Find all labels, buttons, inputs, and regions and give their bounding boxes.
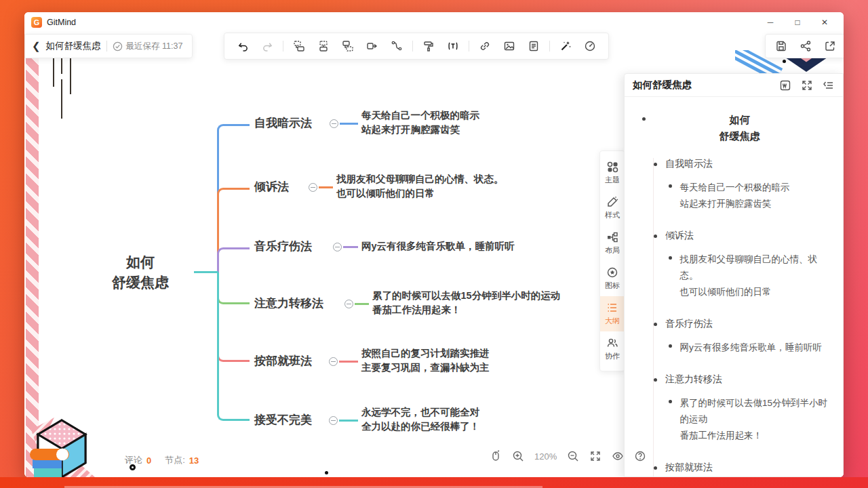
text-icon (447, 40, 459, 52)
comments-count: 0 (146, 455, 151, 466)
detail-node[interactable]: 找朋友和父母聊聊自己的心情、状态。也可以倾听他们的日常 (336, 172, 504, 201)
zoom-out-icon[interactable] (567, 450, 579, 462)
text-button[interactable] (441, 36, 465, 56)
badge-icon (606, 266, 618, 279)
rail-item-layout[interactable]: 布局 (600, 226, 625, 261)
relation-line-button[interactable] (385, 36, 408, 56)
collapse-node-button[interactable] (329, 357, 338, 366)
detail-node[interactable]: 按照自己的复习计划踏实推进主要复习巩固，查漏补缺为主 (361, 346, 490, 375)
insert-parent-topic-button[interactable] (312, 36, 335, 56)
note-icon (528, 40, 540, 52)
image-icon (503, 40, 515, 52)
hyperlink-button[interactable] (473, 36, 496, 56)
outline-panel-header: 如何舒缓焦虑 (625, 74, 843, 97)
theme-icon (606, 161, 618, 173)
maximize-button[interactable]: □ (784, 12, 811, 33)
insert-child-topic-button[interactable] (361, 36, 384, 56)
detail-connector (340, 123, 358, 125)
drag-mouse-icon[interactable] (490, 450, 502, 462)
dot-decoration (325, 471, 328, 474)
rail-item-theme[interactable]: 主题 (600, 155, 625, 190)
outline-topic[interactable]: 倾诉法 (654, 230, 833, 242)
presentation-eye-icon[interactable] (612, 450, 624, 462)
outline-note[interactable]: 每天给自己一个积极的暗示站起来打开胸腔露齿笑 (669, 180, 833, 212)
branch-node[interactable]: 自我暗示法 (254, 115, 312, 131)
hyperlink-icon (479, 40, 491, 52)
ai-magic-button[interactable] (554, 36, 577, 56)
detail-connector (339, 361, 358, 363)
outline-note[interactable]: 网y云有很多纯音乐歌单，睡前听听 (669, 340, 833, 356)
mindmap-canvas[interactable]: 如何 舒缓焦虑 自我暗示法 每天给自己一个积极的暗示站起来打开胸腔露齿笑 倾诉法… (24, 33, 844, 477)
root-node[interactable]: 如何 舒缓焦虑 (90, 252, 191, 293)
zoom-level[interactable]: 120% (534, 451, 557, 462)
redo-button[interactable] (256, 36, 279, 56)
detail-connector (339, 420, 358, 422)
comb-line-decoration (70, 56, 71, 94)
collapse-outline-icon[interactable] (823, 79, 835, 92)
branch-node[interactable]: 接受不完美 (254, 412, 312, 428)
insert-image-button[interactable] (498, 36, 521, 56)
expand-fullscreen-icon[interactable] (801, 79, 813, 92)
branch-node[interactable]: 音乐疗伤法 (254, 239, 312, 254)
share-actions-card (765, 34, 844, 58)
stripe-band-decoration (26, 39, 39, 477)
outline-root-item[interactable]: 如何 舒缓焦虑 (642, 112, 833, 144)
outline-topic[interactable]: 注意力转移法 (654, 373, 833, 386)
cube-art-decoration (24, 418, 99, 477)
slideshow-button[interactable] (578, 36, 601, 56)
titlebar: G GitMind ─ □ ✕ (24, 12, 844, 33)
outline-topic[interactable]: 音乐疗伤法 (654, 318, 833, 330)
layout-icon (606, 231, 618, 243)
save-button[interactable] (770, 36, 793, 56)
branch-connector (217, 272, 250, 421)
rail-item-collaborate[interactable]: 协作 (600, 331, 625, 367)
detail-connector (355, 303, 369, 305)
collapse-node-button[interactable] (309, 183, 317, 192)
branch-node[interactable]: 倾诉法 (254, 179, 289, 195)
close-button[interactable]: ✕ (811, 12, 838, 33)
back-button[interactable]: ❮ (32, 40, 41, 52)
zoom-in-icon[interactable] (512, 450, 524, 462)
insert-topic-icon (293, 40, 305, 52)
fit-screen-icon[interactable] (589, 450, 601, 462)
help-icon[interactable] (634, 450, 646, 462)
branch-connector (217, 247, 250, 272)
outline-note[interactable]: 找朋友和父母聊聊自己的心情、状态。也可以倾听他们的日常 (669, 251, 833, 300)
minimize-button[interactable]: ─ (757, 12, 784, 33)
branch-node[interactable]: 注意力转移法 (254, 296, 323, 311)
rail-item-outline[interactable]: 大纲 (600, 296, 625, 331)
format-painter-button[interactable] (417, 36, 440, 56)
status-counts: 评论 0 节点: 13 (125, 454, 199, 466)
insert-subtopic-button[interactable] (336, 36, 359, 56)
collapse-node-button[interactable] (329, 416, 338, 425)
collapse-node-button[interactable] (333, 243, 342, 251)
comments-label[interactable]: 评论 (125, 454, 142, 466)
outline-list[interactable]: 如何 舒缓焦虑 自我暗示法 每天给自己一个积极的暗示站起来打开胸腔露齿笑 倾诉法… (625, 97, 843, 476)
insert-topic-button[interactable] (288, 36, 311, 56)
outline-topic[interactable]: 按部就班法 (654, 462, 833, 474)
outline-topic[interactable]: 自我暗示法 (654, 158, 833, 170)
detail-node[interactable]: 累了的时候可以去做15分钟到半小时的运动番茄工作法用起来！ (372, 289, 560, 317)
rail-item-icons[interactable]: 图标 (600, 261, 625, 296)
magic-wand-icon (559, 40, 572, 52)
share-button[interactable] (794, 36, 817, 56)
export-icon (824, 40, 836, 52)
collapse-node-button[interactable] (344, 300, 353, 308)
insert-parent-topic-icon (317, 40, 330, 52)
export-word-icon[interactable] (779, 79, 791, 92)
undo-button[interactable] (231, 36, 254, 56)
outline-icon (606, 302, 618, 314)
detail-connector (319, 186, 333, 188)
collapse-node-button[interactable] (330, 119, 338, 128)
gitmind-logo-icon: G (31, 17, 42, 28)
app-title: GitMind (47, 18, 76, 27)
outline-note[interactable]: 累了的时候可以去做15分钟到半小时的运动番茄工作法用起来！ (669, 395, 833, 444)
rail-item-style[interactable]: 样式 (600, 190, 625, 226)
outline-panel: 如何舒缓焦虑 如何 舒缓焦虑 自我暗示法 (624, 73, 844, 477)
detail-node[interactable]: 网y云有很多纯音乐歌单，睡前听听 (361, 239, 515, 253)
detail-node[interactable]: 永远学不完，也不可能全对全力以赴的你已经很棒了！ (361, 405, 479, 434)
export-button[interactable] (818, 36, 842, 56)
summary-note-button[interactable] (522, 36, 545, 56)
detail-node[interactable]: 每天给自己一个积极的暗示站起来打开胸腔露齿笑 (361, 108, 479, 137)
branch-node[interactable]: 按部就班法 (254, 353, 312, 369)
